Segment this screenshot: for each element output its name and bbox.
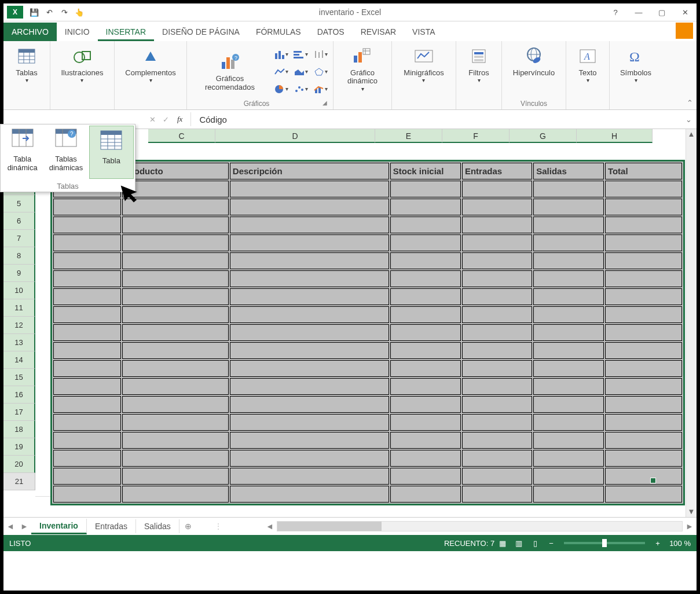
table-cell[interactable] (605, 252, 682, 269)
tab-revisar[interactable]: REVISAR (353, 23, 404, 41)
minigraficos-button[interactable]: Minigráficos▾ (400, 43, 447, 86)
table-cell[interactable] (605, 288, 682, 305)
table-cell[interactable] (462, 306, 532, 323)
table-cell[interactable] (53, 414, 121, 431)
table-cell[interactable] (230, 181, 389, 197)
table-cell[interactable] (462, 234, 532, 251)
table-cell[interactable] (122, 432, 229, 449)
table-cell[interactable] (462, 450, 532, 467)
table-cell[interactable] (605, 306, 682, 323)
table-row[interactable] (53, 396, 682, 413)
tab-inicio[interactable]: INICIO (57, 23, 98, 41)
table-cell[interactable] (533, 234, 604, 251)
table-cell[interactable] (122, 270, 229, 287)
scroll-down-icon[interactable]: ▼ (686, 507, 697, 517)
table-cell[interactable] (390, 342, 461, 359)
tab-insertar[interactable]: INSERTAR (98, 23, 155, 41)
table-cell[interactable] (122, 468, 229, 485)
table-cell[interactable] (533, 450, 604, 467)
row-header-15[interactable]: 15 (3, 369, 35, 386)
table-cell[interactable] (462, 378, 532, 395)
scatter-chart-icon[interactable]: ▾ (291, 81, 310, 97)
table-cell[interactable] (605, 468, 682, 485)
row-header-8[interactable]: 8 (3, 247, 35, 265)
row-header-19[interactable]: 19 (3, 438, 35, 456)
table-cell[interactable] (605, 342, 682, 359)
account-indicator[interactable] (676, 23, 693, 39)
table-cell[interactable] (53, 396, 121, 413)
horizontal-scrollbar[interactable] (277, 521, 683, 531)
col-header-E[interactable]: E (375, 129, 442, 143)
table-cell[interactable] (462, 252, 532, 269)
table-cell[interactable] (390, 324, 461, 341)
tab-vista[interactable]: VISTA (404, 23, 443, 41)
table-cell[interactable] (230, 450, 389, 467)
table-cell[interactable] (390, 378, 461, 395)
table-row[interactable] (53, 342, 682, 359)
maximize-button[interactable]: ▢ (650, 4, 673, 20)
table-cell[interactable] (390, 396, 461, 413)
table-row[interactable] (53, 486, 682, 503)
table-row[interactable] (53, 181, 682, 197)
complementos-button[interactable]: Complementos▾ (122, 43, 179, 86)
table-cell[interactable] (605, 450, 682, 467)
row-header-14[interactable]: 14 (3, 351, 35, 369)
table-cell[interactable] (230, 414, 389, 431)
table-cell[interactable] (533, 181, 604, 197)
table-cell[interactable] (390, 199, 461, 215)
table-cell[interactable] (533, 217, 604, 233)
table-cell[interactable] (230, 324, 389, 341)
table-cell[interactable] (390, 181, 461, 197)
table-cell[interactable] (390, 234, 461, 251)
table-cell[interactable] (122, 217, 229, 233)
row-header-20[interactable]: 20 (3, 456, 35, 473)
stock-chart-icon[interactable]: ▾ (311, 46, 329, 63)
col-header-D[interactable]: D (215, 129, 375, 143)
table-cell[interactable] (390, 306, 461, 323)
col-header-C[interactable]: C (148, 129, 215, 143)
table-cell[interactable] (53, 432, 121, 449)
table-cell[interactable] (53, 270, 121, 287)
table-header-cell[interactable]: Entradas (462, 163, 532, 179)
table-row[interactable] (53, 234, 682, 251)
table-cell[interactable] (533, 432, 604, 449)
table-cell[interactable] (122, 396, 229, 413)
row-header-7[interactable]: 7 (3, 230, 35, 247)
table-cell[interactable] (230, 199, 389, 215)
table-cell[interactable] (122, 324, 229, 341)
table-cell[interactable] (605, 234, 682, 251)
table-cell[interactable] (533, 378, 604, 395)
table-cell[interactable] (462, 217, 532, 233)
table-cell[interactable] (462, 270, 532, 287)
table-cell[interactable] (605, 414, 682, 431)
undo-button[interactable]: ↶ (42, 5, 57, 20)
table-cell[interactable] (53, 342, 121, 359)
simbolos-button[interactable]: Ω Símbolos▾ (615, 43, 657, 86)
row-header-11[interactable]: 11 (3, 299, 35, 317)
table-cell[interactable] (605, 396, 682, 413)
selection-handle[interactable] (650, 478, 656, 483)
table-cell[interactable] (122, 199, 229, 215)
table-cell[interactable] (122, 342, 229, 359)
table-cell[interactable] (605, 199, 682, 215)
table-cell[interactable] (533, 252, 604, 269)
view-normal-icon[interactable]: ▦ (494, 539, 511, 548)
table-cell[interactable] (230, 288, 389, 305)
expand-formula-bar[interactable]: ⌄ (681, 115, 697, 124)
row-header-9[interactable]: 9 (3, 265, 35, 282)
zoom-in-button[interactable]: + (650, 539, 666, 548)
bar-chart-icon[interactable]: ▾ (272, 46, 290, 63)
combo-chart-icon[interactable]: ▾ (311, 81, 329, 97)
area-chart-icon[interactable]: ▾ (291, 64, 310, 80)
col-header-H[interactable]: H (577, 129, 653, 143)
table-cell[interactable] (533, 342, 604, 359)
table-row[interactable] (53, 360, 682, 377)
col-header-G[interactable]: G (510, 129, 577, 143)
table-row[interactable] (53, 414, 682, 431)
table-cell[interactable] (605, 181, 682, 197)
table-cell[interactable] (53, 360, 121, 377)
table-cell[interactable] (122, 486, 229, 503)
filtros-button[interactable]: Filtros▾ (458, 43, 500, 86)
row-header-10[interactable]: 10 (3, 282, 35, 299)
table-cell[interactable] (462, 342, 532, 359)
